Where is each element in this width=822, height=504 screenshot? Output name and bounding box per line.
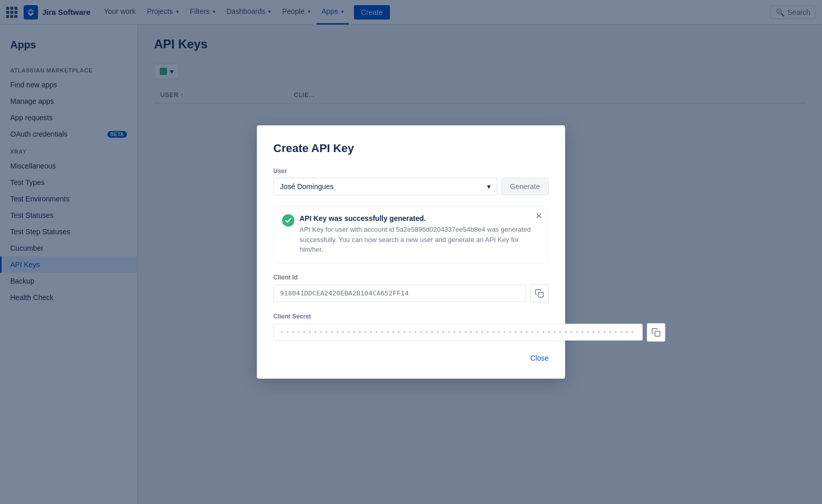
copy-secret-icon [651, 328, 661, 337]
select-chevron-icon: ▾ [487, 182, 491, 191]
user-label: User [273, 167, 549, 175]
client-secret-form-group: Client Secret ••••••••••••••••••••••••••… [273, 313, 549, 342]
user-row: José Domingues ▾ Generate [273, 178, 549, 195]
check-circle-icon [282, 214, 294, 227]
copy-icon [535, 289, 544, 298]
modal-overlay: Create API Key User José Domingues ▾ Gen… [0, 0, 822, 504]
client-id-label: Client Id [273, 274, 549, 281]
client-secret-row: ••••••••••••••••••••••••••••••••••••••••… [273, 323, 549, 342]
close-button[interactable]: Close [530, 354, 549, 362]
client-id-row: 918041DDCEA2420EBA2B104CA652FF14 [273, 284, 549, 303]
modal-footer: Close [273, 354, 549, 362]
client-id-form-group: Client Id 918041DDCEA2420EBA2B104CA652FF… [273, 274, 549, 303]
copy-client-secret-button[interactable] [647, 323, 665, 342]
generate-button[interactable]: Generate [501, 178, 549, 195]
alert-body: API Key for user with account id 5a2e589… [300, 225, 540, 255]
client-secret-field: ••••••••••••••••••••••••••••••••••••••••… [273, 324, 643, 341]
client-secret-label: Client Secret [273, 313, 549, 320]
alert-close-button[interactable]: ✕ [535, 211, 542, 221]
success-alert: API Key was successfully generated. API … [273, 206, 549, 264]
modal-title: Create API Key [273, 142, 549, 155]
alert-header: API Key was successfully generated. API … [282, 214, 540, 255]
alert-text: API Key was successfully generated. API … [300, 214, 540, 255]
svg-rect-0 [538, 292, 544, 297]
user-select[interactable]: José Domingues ▾ [273, 178, 497, 195]
copy-client-id-button[interactable] [530, 284, 549, 303]
create-api-key-modal: Create API Key User José Domingues ▾ Gen… [257, 125, 565, 379]
client-id-field: 918041DDCEA2420EBA2B104CA652FF14 [273, 285, 526, 302]
svg-rect-1 [655, 331, 660, 337]
user-form-group: User José Domingues ▾ Generate [273, 167, 549, 195]
alert-title: API Key was successfully generated. [300, 214, 540, 222]
